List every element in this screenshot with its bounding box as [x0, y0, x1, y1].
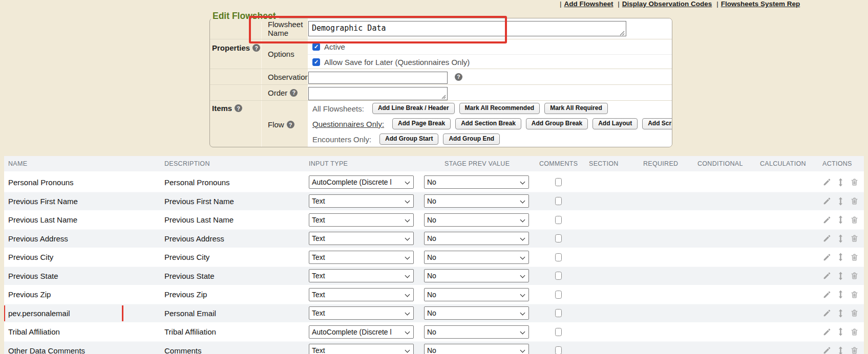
help-icon[interactable]: ? [290, 89, 298, 97]
input-type-select[interactable]: Text [309, 269, 414, 282]
questionnaires-only-button-group: Questionnaires Only: Add Page BreakAdd S… [308, 116, 672, 131]
top-nav-link[interactable]: Flowsheets System Rep [721, 0, 800, 8]
flow-action-button[interactable]: Add Group End [443, 134, 500, 145]
help-icon[interactable]: ? [235, 104, 242, 112]
move-icon[interactable] [837, 346, 844, 354]
delete-icon[interactable] [851, 328, 858, 336]
delete-icon[interactable] [851, 234, 858, 242]
edit-icon[interactable] [822, 328, 831, 336]
input-type-select[interactable]: Text [309, 232, 414, 245]
comments-checkbox[interactable] [555, 253, 562, 261]
delete-icon[interactable] [851, 216, 858, 224]
item-name-cell: Previous Zip [8, 286, 51, 302]
edit-icon[interactable] [822, 234, 831, 242]
move-icon[interactable] [837, 178, 844, 187]
item-description: Previous City [163, 253, 306, 261]
option-checkbox-label: Active [324, 42, 345, 51]
flow-action-button[interactable]: Add Line Break / Header [372, 103, 455, 114]
delete-icon[interactable] [851, 272, 858, 280]
flow-action-button[interactable]: Mark All Recommended [459, 103, 540, 114]
help-icon[interactable]: ? [252, 44, 260, 52]
questionnaires-only-label[interactable]: Questionnaires Only: [312, 120, 384, 128]
move-icon[interactable] [837, 197, 844, 206]
chevron-down-icon [520, 330, 524, 334]
move-icon[interactable] [837, 215, 844, 224]
option-checkbox[interactable] [312, 58, 320, 66]
flow-action-button[interactable]: Add Page Break [392, 118, 451, 129]
input-type-select[interactable]: Text [309, 213, 414, 227]
move-icon[interactable] [837, 327, 844, 336]
move-icon[interactable] [837, 234, 844, 243]
edit-icon[interactable] [822, 272, 831, 280]
stage-prev-value-select[interactable]: No [424, 269, 529, 282]
stage-prev-value-select[interactable]: No [424, 213, 529, 227]
observation-input[interactable] [308, 72, 448, 84]
move-icon[interactable] [837, 272, 844, 280]
input-type-select[interactable]: Text [309, 288, 414, 301]
table-body: Personal Pronouns Personal Pronouns Auto… [4, 173, 864, 354]
input-type-select[interactable]: Text [309, 344, 414, 354]
chevron-down-icon [520, 255, 524, 259]
flowsheet-name-input[interactable] [308, 21, 626, 36]
comments-checkbox[interactable] [555, 328, 562, 336]
delete-icon[interactable] [851, 346, 858, 354]
flow-label-wrap: Flow ? [262, 101, 308, 147]
comments-checkbox[interactable] [555, 309, 562, 317]
flow-action-button[interactable]: Mark All Required [544, 103, 608, 114]
comments-checkbox[interactable] [555, 178, 562, 186]
edit-icon[interactable] [822, 216, 831, 224]
edit-icon[interactable] [822, 178, 831, 186]
stage-prev-value: No [427, 234, 436, 242]
stage-prev-value-select[interactable]: No [424, 194, 529, 208]
stage-prev-value-select[interactable]: No [424, 325, 529, 339]
input-type-select[interactable]: Text [309, 251, 414, 264]
stage-prev-value-select[interactable]: No [424, 344, 529, 354]
chevron-down-icon [405, 255, 409, 259]
help-icon[interactable]: ? [455, 73, 462, 81]
stage-prev-value-select[interactable]: No [424, 251, 529, 264]
delete-icon[interactable] [851, 253, 858, 261]
flow-action-button[interactable]: Add Group Break [526, 118, 588, 129]
item-description: Previous Address [163, 234, 306, 243]
comments-checkbox[interactable] [555, 346, 562, 354]
input-type-select[interactable]: Text [309, 306, 414, 320]
properties-group-label: Properties ? [212, 43, 261, 52]
input-type-select[interactable]: AutoComplete (Discrete l [309, 175, 414, 189]
top-nav-link[interactable]: Add Flowsheet [564, 0, 613, 8]
edit-icon[interactable] [822, 197, 831, 205]
flow-action-button[interactable]: Add Section Break [455, 118, 521, 129]
item-description: Previous First Name [163, 197, 306, 206]
comments-checkbox[interactable] [555, 197, 562, 205]
stage-prev-value-select[interactable]: No [424, 175, 529, 189]
observation-row: Observation ? ? [210, 69, 672, 84]
edit-icon[interactable] [822, 253, 831, 261]
delete-icon[interactable] [851, 309, 858, 317]
stage-prev-value-select[interactable]: No [424, 288, 529, 301]
delete-icon[interactable] [851, 291, 858, 299]
edit-icon[interactable] [822, 346, 831, 354]
chevron-down-icon [405, 293, 409, 297]
move-icon[interactable] [837, 290, 844, 299]
item-name-cell: Personal Pronouns [8, 174, 74, 190]
delete-icon[interactable] [851, 178, 858, 186]
input-type-select[interactable]: Text [309, 194, 414, 208]
option-checkbox[interactable] [312, 43, 320, 51]
top-nav-link[interactable]: Display Observation Codes [622, 0, 712, 8]
comments-checkbox[interactable] [555, 272, 562, 280]
order-input[interactable] [308, 87, 448, 100]
help-icon[interactable]: ? [287, 121, 294, 128]
stage-prev-value-select[interactable]: No [424, 306, 529, 320]
comments-checkbox[interactable] [555, 234, 562, 242]
comments-checkbox[interactable] [555, 291, 562, 299]
flow-action-button[interactable]: Add Layout [592, 118, 638, 129]
comments-checkbox[interactable] [555, 216, 562, 224]
delete-icon[interactable] [851, 197, 858, 205]
move-icon[interactable] [837, 253, 844, 261]
edit-icon[interactable] [822, 309, 831, 317]
edit-icon[interactable] [822, 291, 831, 299]
input-type-select[interactable]: AutoComplete (Discrete l [309, 325, 414, 339]
flow-action-button[interactable]: Add Group Start [379, 134, 438, 145]
stage-prev-value-select[interactable]: No [424, 232, 529, 245]
move-icon[interactable] [837, 309, 844, 318]
flow-action-button[interactable]: Add Scriptlet [642, 118, 672, 129]
